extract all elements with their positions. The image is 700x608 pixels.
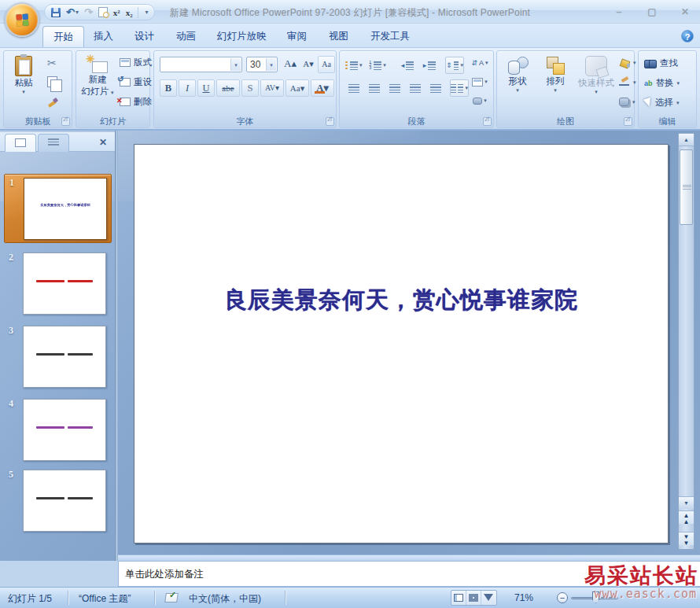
slide-thumbnail-2[interactable]: 2 — [4, 249, 112, 319]
align-text-button[interactable]: ▾ — [470, 73, 489, 90]
font-dialog-launcher[interactable] — [326, 117, 334, 126]
slideshow-button[interactable] — [481, 591, 496, 605]
paste-button[interactable]: 粘贴 ▾ — [7, 53, 40, 114]
notes-placeholder[interactable]: 单击此处添加备注 — [125, 568, 204, 581]
change-case-button[interactable]: Aa▾ — [286, 79, 309, 97]
scroll-up-button[interactable]: ▲ — [679, 134, 694, 146]
delete-button[interactable]: 删除 — [117, 94, 154, 110]
tab-design[interactable]: 设计 — [124, 26, 164, 47]
arrange-button[interactable]: 排列▾ — [538, 53, 573, 114]
cut-button[interactable]: ✂ — [45, 54, 59, 71]
character-spacing-button[interactable]: AV▾ — [260, 79, 284, 97]
close-button[interactable]: ✕ — [675, 6, 695, 18]
tab-developer[interactable]: 开发工具 — [360, 26, 420, 47]
bullets-button[interactable]: ▾ — [344, 57, 363, 74]
slide-sorter-button[interactable] — [466, 591, 481, 605]
slides-tab[interactable] — [5, 134, 36, 152]
slide-thumbnail-page[interactable]: 良辰美景奈何天，赏心悦事谁家院 — [24, 178, 107, 240]
line-spacing-button[interactable]: ⇕▾ — [445, 57, 464, 74]
pane-close-icon[interactable]: ✕ — [99, 137, 107, 148]
scrollbar-thumb[interactable] — [680, 149, 693, 225]
normal-view-button[interactable] — [451, 591, 466, 605]
clear-formatting-button[interactable]: Aa — [318, 56, 335, 73]
font-color-button[interactable]: A▾ — [311, 79, 334, 97]
slide-thumbnail-5[interactable]: 5 — [4, 466, 112, 536]
save-button[interactable] — [51, 8, 61, 17]
clipboard-dialog-launcher[interactable] — [61, 117, 70, 126]
reset-button[interactable]: 重设 — [117, 74, 154, 90]
text-direction-button[interactable]: ⇵A▾ — [470, 54, 489, 72]
slide-thumbnail-page[interactable] — [23, 399, 106, 461]
shrink-font-button[interactable]: A▾ — [300, 56, 317, 73]
convert-smartart-button[interactable]: ▾ — [470, 92, 489, 109]
maximize-button[interactable]: ▢ — [642, 6, 662, 18]
new-slide-button[interactable]: ✳ 新建 幻灯片 ▾ — [78, 53, 117, 114]
tab-animations[interactable]: 动画 — [166, 26, 206, 47]
quick-styles-button[interactable]: 快速样式▾ — [574, 53, 618, 114]
tab-view[interactable]: 视图 — [319, 26, 359, 47]
increase-indent-button[interactable]: ▸ — [420, 57, 439, 74]
slide-thumbnail-1[interactable]: 1良辰美景奈何天，赏心悦事谁家院 — [4, 174, 112, 243]
tab-slideshow[interactable]: 幻灯片放映 — [207, 26, 277, 47]
find-button[interactable]: 查找 — [642, 55, 680, 72]
outline-tab[interactable] — [38, 134, 69, 152]
qat-customize-button[interactable]: ▾ — [145, 7, 148, 18]
slide-title-text[interactable]: 良辰美景奈何天，赏心悦事谁家院 — [134, 285, 668, 316]
numbering-button[interactable]: 123▾ — [368, 57, 387, 74]
shapes-button[interactable]: 形状▾ — [500, 53, 535, 114]
replace-button[interactable]: ab替换▾ — [642, 75, 682, 91]
justify-button[interactable] — [406, 79, 425, 97]
format-painter-button[interactable] — [45, 94, 61, 110]
slide-thumbnail-page[interactable] — [23, 326, 106, 388]
paragraph-dialog-launcher[interactable] — [483, 117, 492, 126]
previous-slide-button[interactable]: ▲▲ — [679, 510, 694, 524]
help-button[interactable]: ? — [681, 30, 694, 42]
text-shadow-button[interactable]: S — [241, 79, 259, 97]
superscript-button[interactable]: x² — [113, 7, 120, 18]
language-indicator[interactable]: 中文(简体，中国) — [189, 592, 261, 606]
slide-canvas[interactable]: 良辰美景奈何天，赏心悦事谁家院 — [134, 144, 669, 544]
align-left-button[interactable] — [344, 79, 363, 97]
grow-font-button[interactable]: A▴ — [282, 56, 299, 73]
slide-thumbnail-page[interactable] — [23, 470, 106, 532]
font-name-combobox[interactable]: ▾ — [160, 57, 242, 72]
strikethrough-button[interactable]: abe — [216, 79, 240, 97]
drawing-dialog-launcher[interactable] — [624, 117, 632, 126]
align-right-button[interactable] — [385, 79, 404, 97]
zoom-out-button[interactable]: − — [557, 592, 568, 603]
scroll-down-button[interactable]: ▼ — [679, 496, 694, 509]
spellcheck-icon[interactable] — [165, 591, 179, 602]
office-button[interactable] — [5, 2, 39, 37]
shape-outline-button[interactable]: ▾ — [617, 74, 639, 90]
distribute-button[interactable] — [426, 79, 445, 97]
print-preview-button[interactable] — [98, 7, 108, 17]
minimize-button[interactable]: ‒ — [609, 6, 629, 18]
select-button[interactable]: 选择▾ — [642, 94, 682, 111]
slide-thumbnail-3[interactable]: 3 — [4, 322, 112, 392]
vertical-scrollbar[interactable]: ▲ ▼ ▲▲ ▼▼ — [678, 133, 694, 550]
slide-thumbnail-4[interactable]: 4 — [4, 396, 112, 465]
italic-button[interactable]: I — [179, 79, 196, 97]
next-slide-button[interactable]: ▼▼ — [679, 532, 694, 545]
tab-home[interactable]: 开始 — [42, 26, 84, 47]
align-center-button[interactable] — [365, 79, 384, 97]
tab-review[interactable]: 审阅 — [277, 26, 317, 47]
bold-button[interactable]: B — [160, 79, 177, 97]
decrease-indent-button[interactable]: ◂ — [398, 57, 417, 74]
undo-button[interactable]: ↶▾ — [66, 7, 79, 18]
zoom-level[interactable]: 71% — [514, 592, 533, 603]
shape-fill-button[interactable]: ▾ — [617, 54, 639, 71]
columns-button[interactable]: ▾ — [450, 79, 469, 97]
pane-splitter[interactable] — [115, 131, 118, 561]
slide-thumbnail-page[interactable] — [23, 252, 106, 315]
tab-insert[interactable]: 插入 — [83, 26, 123, 47]
copy-button[interactable] — [45, 73, 60, 90]
shape-effects-button[interactable]: ▾ — [617, 94, 638, 110]
redo-button[interactable]: ↷ — [84, 7, 93, 18]
notes-splitter[interactable] — [118, 555, 700, 561]
font-size-combobox[interactable]: 30 ▾ — [246, 57, 278, 72]
subscript-button[interactable]: x₂ — [126, 7, 133, 18]
theme-name[interactable]: “Office 主题” — [79, 592, 131, 606]
underline-button[interactable]: U — [197, 79, 215, 97]
slide-counter[interactable]: 幻灯片 1/5 — [8, 592, 52, 606]
